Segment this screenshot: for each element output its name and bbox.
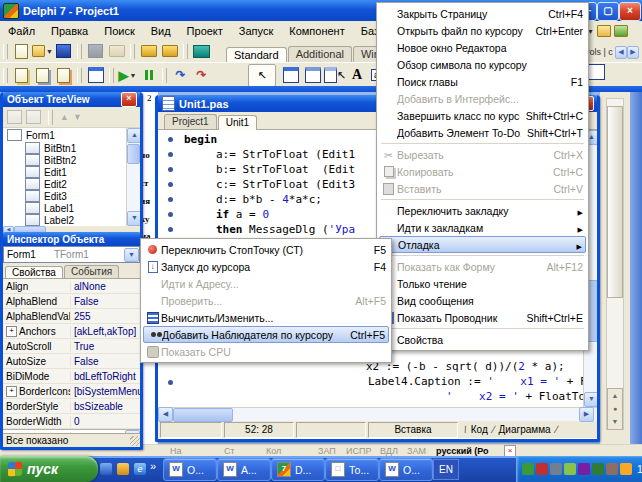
gutter-dot[interactable]	[168, 227, 173, 232]
word-scrollbar-strip[interactable]: ▲●▼	[600, 92, 630, 456]
tray-icon-8[interactable]	[620, 463, 632, 475]
tray-icon-2[interactable]	[536, 463, 548, 475]
inspector-scroll-down-icon[interactable]: ▼	[125, 430, 140, 434]
treeview-tool-icon[interactable]	[7, 110, 22, 124]
context-item-browse-symbol[interactable]: Обзор символа по курсору	[379, 56, 586, 73]
property-row-autosize[interactable]: AutoSizeFalse	[3, 354, 140, 369]
quick-launch-chevron-icon[interactable]: »	[150, 460, 156, 472]
resize-grip-icon[interactable]	[130, 436, 140, 446]
gutter-dot[interactable]	[168, 167, 173, 172]
tray-icon-6[interactable]	[592, 463, 604, 475]
inspector-object-combo[interactable]: Form1 TForm1 ▼	[3, 246, 140, 263]
submenu-item-run-to-cursor[interactable]: ↓ Запуск до курсораF4	[143, 258, 389, 275]
tree-item-bitbtn2[interactable]: BitBtn2	[3, 154, 140, 166]
start-button[interactable]: пуск	[0, 456, 98, 482]
save-project-icon[interactable]	[159, 42, 180, 61]
tray-icon-3[interactable]	[550, 463, 562, 475]
palette-arrow-cursor-button[interactable]: ↖	[248, 64, 276, 87]
new-file-icon[interactable]	[11, 42, 32, 61]
scroll-down-icon[interactable]: ▼	[127, 211, 140, 226]
gutter-dot[interactable]	[168, 212, 173, 217]
menu-component[interactable]: Компонент	[281, 23, 352, 39]
internet-explorer-icon[interactable]: e	[134, 463, 146, 475]
pause-icon[interactable]	[138, 66, 159, 85]
task-button-delphi[interactable]: 7D...	[271, 458, 325, 481]
context-item-read-only[interactable]: Только чтение	[379, 275, 586, 292]
component-mainmenu-icon[interactable]	[302, 65, 324, 86]
word-scrollbar-thumb[interactable]	[607, 106, 623, 298]
submenu-item-toggle-breakpoint[interactable]: Переключить СтопТочку (СТ)F5	[143, 241, 389, 258]
palette-tab-additional[interactable]: Additional	[288, 46, 352, 62]
save-all-icon[interactable]	[85, 42, 106, 61]
treeview-title-bar[interactable]: Объект TreeView	[3, 92, 140, 107]
step-over-icon[interactable]: ↷	[191, 66, 212, 85]
combo-dropdown-icon[interactable]: ▼	[124, 248, 139, 262]
toolbar-grip[interactable]	[3, 68, 8, 83]
property-row-borderwidth[interactable]: BorderWidth0	[3, 414, 140, 429]
open-project-icon[interactable]	[138, 42, 159, 61]
tray-icon-4[interactable]	[564, 463, 576, 475]
word-browse-buttons[interactable]: ▲●▼	[607, 388, 623, 430]
toolbar-grip[interactable]	[109, 68, 114, 83]
context-item-goto-bookmarks[interactable]: Идти к закладкам	[379, 219, 586, 236]
template-icon[interactable]	[53, 66, 74, 85]
treeview-tool-icon[interactable]	[26, 110, 41, 124]
toolbar-grip[interactable]	[162, 68, 167, 83]
property-row-caption[interactable]: Caption о уравнения ▼	[3, 429, 140, 433]
palette-scroll-left-icon[interactable]: ◀	[615, 46, 627, 59]
task-button-word-doc-2[interactable]: WА...	[217, 458, 271, 481]
context-item-open-file-at-cursor[interactable]: Открыть файл по курсоруCtrl+Enter	[379, 22, 586, 39]
context-item-message-view[interactable]: Вид сообщения	[379, 292, 586, 309]
scroll-up-icon[interactable]: ▲	[127, 128, 140, 143]
menu-run[interactable]: Запуск	[231, 23, 281, 39]
submenu-item-evaluate-modify[interactable]: Вычислить/Изменить...	[143, 309, 389, 326]
property-row-borderstyle[interactable]: BorderStylebsSizeable	[3, 399, 140, 414]
gutter-dot[interactable]	[168, 197, 173, 202]
treeview-scrollbar[interactable]: ▲ ▼	[126, 128, 140, 226]
context-item-debug[interactable]: Отладка	[379, 236, 586, 253]
tree-item-edit3[interactable]: Edit3	[3, 190, 140, 202]
palette-scroll-right-icon[interactable]: ▶	[627, 46, 639, 59]
menu-search[interactable]: Поиск	[96, 23, 142, 39]
gutter-dot[interactable]	[168, 137, 173, 142]
view-tab-code[interactable]: Код	[467, 424, 492, 435]
property-row-alphablend[interactable]: AlphaBlendFalse	[3, 294, 140, 309]
move-up-icon[interactable]: ▲	[60, 112, 69, 122]
tab-project1[interactable]: Project1	[164, 114, 217, 129]
tray-icon-5[interactable]	[578, 463, 590, 475]
toolbar-grip[interactable]	[77, 44, 82, 59]
toolbar-grip[interactable]	[3, 44, 8, 59]
menu-file[interactable]: Файл	[0, 23, 43, 39]
help-icon[interactable]	[191, 42, 212, 61]
tree-item-edit2[interactable]: Edit2	[3, 178, 140, 190]
gutter-dot[interactable]	[168, 380, 173, 385]
tray-clock[interactable]: 18:52	[637, 463, 642, 475]
close-file-icon[interactable]	[106, 42, 127, 61]
property-row-align[interactable]: AlignalNone	[3, 279, 140, 294]
gutter-dot[interactable]	[168, 152, 173, 157]
property-row-alphablendval[interactable]: AlphaBlendVal255	[3, 309, 140, 324]
treeview-close-icon[interactable]	[121, 92, 137, 107]
toolbar-grip[interactable]	[183, 44, 188, 59]
tree-item-form1[interactable]: Form1	[3, 128, 140, 142]
menu-view[interactable]: Вид	[143, 23, 179, 39]
run-icon[interactable]: ▶▼	[117, 66, 138, 85]
component-label-icon[interactable]: A	[346, 65, 368, 86]
component-popupmenu-icon[interactable]: ↖	[324, 65, 346, 86]
quick-launch-icon-1[interactable]	[100, 463, 112, 475]
context-item-close-page[interactable]: Закрыть СтраницуCtrl+F4	[379, 5, 586, 22]
view-form-icon[interactable]	[85, 66, 106, 85]
context-item-properties[interactable]: Свойства	[379, 331, 586, 348]
context-item-add-todo-item[interactable]: Добавить Элемент To-Do...Shift+Ctrl+T	[379, 124, 586, 141]
property-row-anchors[interactable]: Anchors[akLeft,akTop]	[3, 324, 140, 339]
task-button-word-doc-3[interactable]: WО...	[379, 458, 433, 481]
tab-unit1[interactable]: Unit1	[218, 115, 257, 130]
expand-icon[interactable]	[6, 326, 17, 337]
menu-project[interactable]: Проект	[179, 23, 231, 39]
toolbar-grip[interactable]	[77, 68, 82, 83]
context-item-complete-class[interactable]: Завершить класс по курсоруShift+Ctrl+C	[379, 107, 586, 124]
context-item-new-edit-window[interactable]: Новое окно Редактора	[379, 39, 586, 56]
trace-into-icon[interactable]: ↷	[170, 66, 191, 85]
scroll-left-icon[interactable]: ◀	[158, 407, 173, 422]
save-icon[interactable]	[53, 42, 74, 61]
